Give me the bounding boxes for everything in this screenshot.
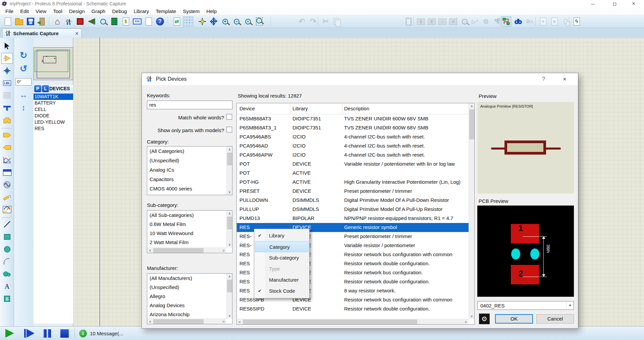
zoom-sheet-icon[interactable] bbox=[254, 16, 264, 26]
import-file-icon[interactable]: ◀ bbox=[37, 16, 47, 26]
ok-button[interactable]: OK bbox=[495, 314, 533, 324]
pcb-layout-icon[interactable] bbox=[75, 16, 85, 26]
list-option[interactable]: (Unspecified) bbox=[147, 156, 226, 165]
vertical-scrollbar[interactable]: ∧∨ bbox=[226, 211, 232, 247]
list-option[interactable]: 0.6W Metal Film bbox=[147, 220, 226, 229]
list-option[interactable]: (All Categories) bbox=[147, 147, 226, 156]
component-mode-icon[interactable] bbox=[1, 53, 13, 64]
circle-2d-icon[interactable] bbox=[1, 244, 13, 254]
new-file-icon[interactable] bbox=[3, 16, 13, 26]
device-list-item[interactable]: DIODE bbox=[34, 113, 73, 119]
bus-mode-icon[interactable] bbox=[1, 103, 13, 113]
scroll-thumb[interactable] bbox=[243, 320, 417, 324]
wire-autorouter-icon[interactable] bbox=[501, 16, 511, 26]
table-horizontal-scrollbar[interactable]: <> bbox=[237, 319, 469, 324]
table-row[interactable]: PULLUPDSIMMDLSDigital Primitive Model Of… bbox=[237, 205, 469, 214]
simulation-pause-bar2[interactable] bbox=[48, 329, 51, 338]
zoom-area-icon[interactable]: ▪ bbox=[243, 16, 253, 26]
table-row[interactable]: PCA9546ABSI2CIO4-channel I2C-bus switch … bbox=[237, 132, 469, 141]
scroll-thumb[interactable] bbox=[153, 248, 204, 253]
device-list-item[interactable]: CELL bbox=[34, 106, 73, 113]
menu-item-library[interactable]: Library bbox=[130, 7, 152, 15]
list-option[interactable]: (Unspecified) bbox=[147, 283, 226, 292]
maximize-button[interactable] bbox=[607, 0, 622, 7]
menu-item-tool[interactable]: Tool bbox=[50, 7, 66, 15]
virtual-instrument-mode-icon[interactable] bbox=[1, 204, 13, 215]
vertical-scrollbar[interactable]: ∧∨ bbox=[226, 147, 232, 195]
menu-item-design[interactable]: Design bbox=[66, 7, 88, 15]
match-whole-words-checkbox[interactable] bbox=[226, 114, 232, 120]
subcircuit-mode-icon[interactable] bbox=[1, 115, 13, 126]
table-row[interactable]: POTDEVICEVariable resistor / potentiomet… bbox=[237, 160, 469, 169]
column-header-library[interactable]: Library bbox=[292, 106, 308, 111]
library-manager-button[interactable]: L bbox=[42, 85, 49, 92]
tab-close-icon[interactable]: ✕ bbox=[75, 31, 79, 36]
bill-of-materials-icon[interactable]: $ bbox=[121, 16, 131, 26]
simulation-io-icon[interactable]: 010 bbox=[132, 16, 142, 26]
mirror-vertical-button[interactable]: ↕ bbox=[17, 102, 30, 114]
context-menu-item-manufacturer[interactable]: Manufacturer bbox=[254, 274, 309, 285]
terminal-mode-icon[interactable] bbox=[1, 130, 13, 140]
menu-item-help[interactable]: Help bbox=[203, 7, 220, 15]
table-row[interactable]: POT-HGACTIVEHigh Granularity Interactive… bbox=[237, 178, 469, 187]
zoom-out-icon[interactable]: − bbox=[231, 16, 241, 26]
table-row[interactable]: PCA9546ADI2CIO4-channel I2C-bus switch w… bbox=[237, 141, 469, 151]
active-popup-mode-icon[interactable] bbox=[1, 167, 13, 178]
list-option[interactable]: Arizona Microchip bbox=[147, 310, 226, 319]
list-option[interactable]: 2 Watt Metal Film bbox=[147, 238, 226, 247]
gear-icon[interactable]: ⚙ bbox=[479, 314, 490, 324]
open-file-icon[interactable] bbox=[14, 16, 24, 26]
column-header-description[interactable]: Description bbox=[344, 106, 369, 111]
schematic-capture-icon[interactable] bbox=[64, 16, 74, 26]
toggle-grid-icon[interactable] bbox=[183, 16, 193, 26]
device-list-item[interactable]: RES bbox=[34, 125, 73, 132]
scroll-down-icon[interactable]: ∨ bbox=[227, 313, 232, 319]
scroll-down-icon[interactable]: ∨ bbox=[227, 242, 232, 247]
mirror-horizontal-button[interactable]: ↔ bbox=[17, 89, 30, 101]
tab-schematic-capture[interactable]: Schematic Capture ✕ bbox=[2, 29, 82, 38]
device-pin-mode-icon[interactable] bbox=[1, 142, 13, 153]
scroll-thumb[interactable] bbox=[227, 280, 232, 292]
schematic-overview[interactable] bbox=[34, 47, 73, 80]
table-row[interactable]: PUMD13BIPOLARNPN/PNP resistor-equipped t… bbox=[237, 214, 469, 223]
scroll-thumb[interactable] bbox=[469, 109, 474, 139]
3d-viewer-icon[interactable] bbox=[87, 16, 97, 26]
menu-item-system[interactable]: System bbox=[179, 7, 203, 15]
list-option[interactable]: CMOS 4000 series bbox=[147, 184, 226, 193]
table-row[interactable]: PRESETDEVICEPreset potentiometer / trimm… bbox=[237, 187, 469, 196]
scroll-right-icon[interactable]: > bbox=[463, 319, 469, 325]
line-2d-icon[interactable] bbox=[1, 219, 13, 230]
device-list-item[interactable]: BATTERY bbox=[34, 100, 73, 106]
list-option[interactable]: Analog ICs bbox=[147, 165, 226, 175]
list-option[interactable]: Connectors bbox=[147, 193, 226, 195]
horizontal-scrollbar[interactable]: <> bbox=[147, 319, 226, 324]
context-menu-item-sub-category[interactable]: Sub-category bbox=[254, 252, 309, 263]
table-row[interactable]: POTACTIVE bbox=[237, 169, 469, 178]
text-2d-icon[interactable]: A bbox=[1, 281, 13, 292]
generator-mode-icon[interactable] bbox=[1, 179, 13, 190]
scroll-left-icon[interactable]: < bbox=[147, 319, 153, 324]
vertical-scrollbar[interactable]: ∧∨ bbox=[226, 274, 232, 319]
list-option[interactable]: (All Sub-categories) bbox=[147, 211, 226, 220]
table-row[interactable]: P6SMB68AT3_1DIOIPC7351TVS ZENER UNIDIR 6… bbox=[237, 123, 469, 132]
context-menu-item-library[interactable]: ✔Library bbox=[254, 230, 309, 241]
text-script-mode-icon[interactable] bbox=[1, 90, 13, 101]
gerber-viewer-icon[interactable] bbox=[98, 16, 108, 26]
keywords-input[interactable]: res bbox=[147, 101, 232, 109]
arc-2d-icon[interactable] bbox=[1, 256, 13, 267]
symbol-2d-icon[interactable]: S bbox=[1, 293, 13, 304]
voltage-probe-mode-icon[interactable] bbox=[1, 192, 13, 203]
simulation-step-button[interactable] bbox=[26, 329, 35, 338]
rotate-anticlockwise-button[interactable]: ↺ bbox=[17, 63, 30, 75]
save-file-icon[interactable] bbox=[25, 16, 36, 26]
menu-item-view[interactable]: View bbox=[32, 7, 50, 15]
message-info-icon[interactable]: i bbox=[79, 330, 87, 337]
menu-item-file[interactable]: File bbox=[2, 7, 17, 15]
list-option[interactable]: 10 Watt Wirewound bbox=[147, 229, 226, 238]
menu-item-edit[interactable]: Edit bbox=[17, 7, 32, 15]
box-2d-icon[interactable] bbox=[1, 231, 13, 242]
context-menu-item-category[interactable]: Category bbox=[255, 241, 309, 252]
scroll-thumb[interactable] bbox=[227, 153, 232, 165]
scroll-thumb[interactable] bbox=[153, 319, 204, 324]
device-list-item[interactable]: LED-YELLOW bbox=[34, 119, 73, 125]
